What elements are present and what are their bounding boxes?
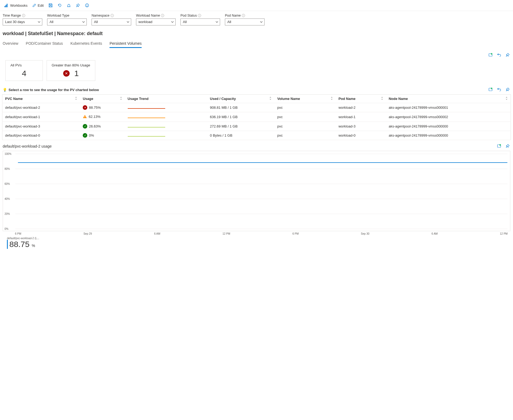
node-cell: aks-agentpool-24178999-vmss000001 — [386, 103, 511, 112]
y-tick: 100% — [5, 152, 12, 155]
pin-toolbar-button[interactable] — [74, 2, 82, 9]
workload-type-select[interactable]: All — [47, 18, 87, 25]
undo-button[interactable] — [497, 87, 502, 92]
y-tick: 0% — [5, 227, 8, 230]
svg-point-3 — [85, 4, 89, 7]
workbooks-icon — [4, 3, 9, 8]
toolbar: Workbooks Edit — [0, 0, 513, 11]
x-tick: 6 PM — [15, 232, 21, 235]
node-cell: aks-agentpool-24178999-vmss000000 — [386, 131, 511, 140]
time-range-label: Time Rangei — [3, 14, 42, 17]
column-header[interactable]: Volume Name — [274, 95, 336, 103]
undo-button[interactable] — [497, 53, 502, 58]
table-row[interactable]: default/pvc-workload-1 62.13%636.19 MB /… — [2, 112, 511, 122]
pv-table: PVC NameUsageUsage TrendUsed / CapacityV… — [2, 94, 511, 140]
trend-cell — [125, 131, 207, 140]
info-icon: i — [161, 14, 164, 17]
table-row[interactable]: default/pvc-workload-0✓ 0%0 Bytes / 1 GB… — [2, 131, 511, 140]
chevron-down-icon — [171, 21, 174, 23]
status-icon: ✓ — [83, 133, 87, 138]
svg-point-13 — [499, 144, 501, 146]
warning-icon — [83, 114, 87, 119]
tab-persistent-volumes[interactable]: Persistent Volumes — [110, 40, 142, 48]
sort-icon — [330, 97, 333, 100]
pod-cell: workload-0 — [336, 131, 386, 140]
tab-overview[interactable]: Overview — [3, 40, 18, 48]
pod-status-label: Pod Statusi — [180, 14, 220, 17]
log-analytics-button[interactable] — [488, 53, 493, 58]
used-cell: 272.69 MB / 1 GB — [207, 122, 274, 131]
card-label: Greater than 80% Usage — [52, 63, 90, 67]
table-row[interactable]: default/pvc-workload-2✕ 88.75%908.81 MB … — [2, 103, 511, 112]
column-header[interactable]: Node Name — [386, 95, 511, 103]
feedback-button[interactable] — [83, 2, 91, 9]
node-cell: aks-agentpool-24178999-vmss000002 — [386, 112, 511, 122]
volume-cell: pvc — [274, 131, 336, 140]
grid-line — [15, 214, 507, 214]
x-tick: Sep 30 — [361, 232, 369, 235]
namespace-label: Namespacei — [92, 14, 131, 17]
sort-icon — [75, 97, 77, 100]
grid-line — [15, 169, 507, 169]
bell-icon — [67, 3, 71, 8]
table-row[interactable]: default/pvc-workload-3✓ 26.63%272.69 MB … — [2, 122, 511, 131]
pvc-name-cell: default/pvc-workload-2 — [2, 103, 80, 112]
legend-value: 88.75 % — [7, 240, 506, 249]
pin-button[interactable] — [506, 87, 510, 92]
column-header[interactable]: Used / Capacity — [207, 95, 274, 103]
chart-title: default/pvc-workload-2 usage — [3, 144, 52, 148]
chevron-down-icon — [38, 21, 40, 23]
x-tick: 6 AM — [432, 232, 438, 235]
trend-cell — [125, 122, 207, 131]
info-icon: i — [198, 14, 201, 17]
log-analytics-button[interactable] — [497, 144, 502, 149]
x-tick: 12 PM — [500, 232, 508, 235]
pod-name-select[interactable]: All — [225, 18, 265, 25]
sort-icon — [269, 97, 272, 100]
y-tick: 80% — [5, 167, 10, 170]
card-gt80[interactable]: Greater than 80% Usage ✕ 1 — [47, 60, 95, 81]
used-cell: 908.81 MB / 1 GB — [207, 103, 274, 112]
lightbulb-icon: 💡 — [3, 88, 7, 92]
column-header[interactable]: PVC Name — [2, 95, 80, 103]
info-icon: i — [242, 14, 245, 17]
svg-point-5 — [87, 5, 88, 5]
column-header[interactable]: Usage — [80, 95, 125, 103]
workload-type-label: Workload Type — [47, 14, 87, 17]
alert-button[interactable] — [65, 2, 73, 9]
pod-status-select[interactable]: All — [180, 18, 220, 25]
status-icon: ✓ — [83, 124, 87, 129]
column-header[interactable]: Pod Name — [336, 95, 386, 103]
usage-cell: ✓ 26.63% — [80, 122, 125, 131]
x-tick: 12 PM — [222, 232, 230, 235]
chart-legend: default/pvc-workload-2 (L... 88.75 % — [3, 235, 510, 250]
x-tick: 6 AM — [154, 232, 160, 235]
svg-point-9 — [491, 88, 492, 89]
chevron-down-icon — [260, 21, 263, 23]
usage-cell: ✕ 88.75% — [80, 103, 125, 112]
pvc-name-cell: default/pvc-workload-0 — [2, 131, 80, 140]
grid-line — [15, 229, 507, 229]
namespace-select[interactable]: All — [92, 18, 131, 25]
usage-chart[interactable]: 0%20%40%60%80%100% — [3, 151, 510, 231]
info-icon: i — [111, 14, 114, 17]
grid-line — [15, 199, 507, 199]
card-all-pvs[interactable]: All PVs 4 — [5, 60, 43, 81]
column-header[interactable]: Usage Trend — [125, 95, 207, 103]
workbooks-button[interactable]: Workbooks — [3, 2, 29, 9]
edit-button[interactable]: Edit — [31, 2, 45, 9]
tab-pod-container-status[interactable]: POD/Container Status — [26, 40, 63, 48]
x-tick: Sep 29 — [84, 232, 92, 235]
card-label: All PVs — [10, 63, 38, 67]
tab-kubernetes-events[interactable]: Kubernetes Events — [70, 40, 102, 48]
refresh-button[interactable] — [56, 2, 63, 9]
save-button[interactable] — [47, 2, 54, 9]
pin-button[interactable] — [506, 53, 510, 58]
summary-cards: All PVs 4 Greater than 80% Usage ✕ 1 — [0, 58, 513, 84]
pvc-name-cell: default/pvc-workload-1 — [2, 112, 80, 122]
node-cell: aks-agentpool-24178999-vmss000000 — [386, 122, 511, 131]
time-range-select[interactable]: Last 30 days — [3, 18, 42, 25]
workload-name-select[interactable]: workload — [136, 18, 176, 25]
log-analytics-button[interactable] — [488, 87, 493, 92]
pin-button[interactable] — [506, 144, 510, 149]
